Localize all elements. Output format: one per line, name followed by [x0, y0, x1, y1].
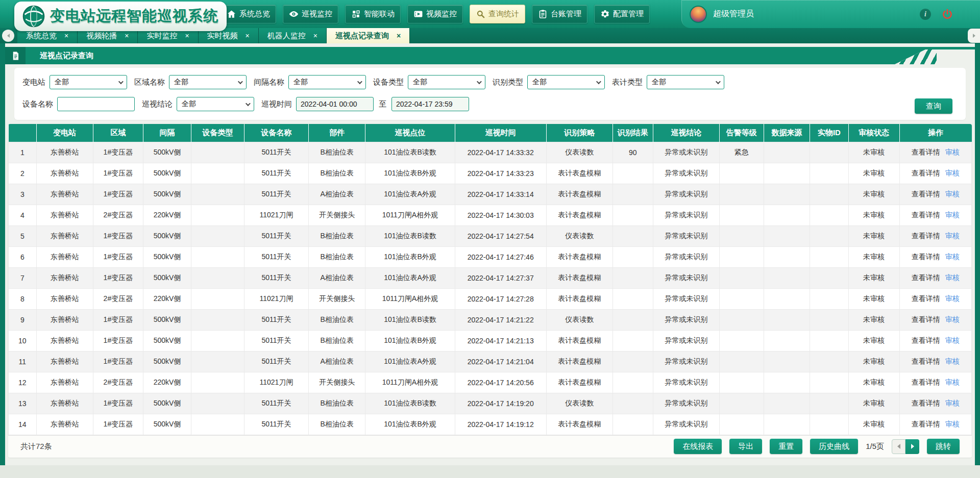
jump-button[interactable]: 跳转	[927, 439, 960, 454]
table-cell: 未审核	[848, 372, 899, 393]
online-report-button[interactable]: 在线报表	[674, 439, 722, 454]
audit-link[interactable]: 审核	[945, 357, 960, 365]
recognition-type-select[interactable]: 全部	[527, 75, 605, 89]
audit-link[interactable]: 审核	[945, 420, 960, 428]
view-detail-link[interactable]: 查看详情	[912, 211, 940, 219]
device-type-select[interactable]: 全部	[408, 75, 485, 89]
view-detail-link[interactable]: 查看详情	[912, 315, 940, 323]
audit-link[interactable]: 审核	[945, 169, 960, 177]
table-cell: 101油位表B外观	[365, 414, 455, 435]
reset-button[interactable]: 重置	[770, 439, 802, 454]
table-cell: B相油位表	[309, 330, 365, 351]
audit-link[interactable]: 审核	[945, 378, 960, 386]
tab-6-active[interactable]: 巡视点记录查询×	[327, 28, 410, 43]
close-tab-icon[interactable]: ×	[185, 32, 189, 39]
table-cell: 仪表读数	[546, 225, 612, 246]
view-detail-link[interactable]: 查看详情	[912, 232, 940, 240]
logout-power-icon[interactable]	[941, 8, 953, 20]
close-tab-icon[interactable]: ×	[125, 32, 129, 39]
history-curve-button[interactable]: 历史曲线	[810, 439, 858, 454]
station-select[interactable]: 全部	[50, 75, 127, 89]
table-cell: 4	[9, 205, 37, 225]
operations-cell: 查看详情审核	[899, 184, 972, 205]
view-detail-link[interactable]: 查看详情	[912, 190, 940, 198]
tab-5[interactable]: 机器人监控×	[259, 28, 327, 43]
conclusion-select[interactable]: 全部	[177, 97, 254, 111]
nav-system-overview[interactable]: 系统总览	[220, 5, 276, 23]
close-tab-icon[interactable]: ×	[313, 32, 317, 39]
table-cell: 东善桥站	[36, 142, 93, 163]
area-select[interactable]: 全部	[169, 75, 247, 89]
audit-link[interactable]: 审核	[945, 148, 960, 156]
prev-page-button[interactable]	[892, 439, 905, 454]
linkage-icon	[351, 9, 361, 19]
view-detail-link[interactable]: 查看详情	[912, 336, 940, 344]
view-detail-link[interactable]: 查看详情	[912, 399, 940, 407]
view-detail-link[interactable]: 查看详情	[912, 378, 940, 386]
nav-config-management[interactable]: 配置管理	[594, 5, 650, 23]
close-tab-icon[interactable]: ×	[397, 32, 401, 39]
view-detail-link[interactable]: 查看详情	[912, 357, 940, 365]
records-table: 变电站区域间隔设备类型设备名称部件巡视点位巡视时间识别策略识别结果巡视结论告警等…	[8, 124, 972, 435]
table-row: 3东善桥站1#变压器500kV侧5011开关A相油位表101油位表A外观2022…	[9, 184, 972, 205]
document-icon	[5, 47, 26, 64]
table-cell	[191, 288, 244, 309]
audit-link[interactable]: 审核	[945, 315, 960, 323]
column-header: 区域	[93, 124, 143, 142]
next-page-button[interactable]	[905, 439, 919, 454]
table-cell	[764, 142, 810, 163]
table-cell: 101油位表A外观	[365, 184, 455, 205]
info-icon[interactable]: i	[920, 9, 931, 20]
nav-ledger-management[interactable]: 台账管理	[532, 5, 587, 23]
table-cell	[720, 163, 764, 184]
bay-select[interactable]: 全部	[288, 75, 366, 89]
table-cell: 1011刀闸A相外观	[365, 205, 455, 225]
table-cell: 2022-04-17 14:21:04	[455, 351, 546, 372]
user-name: 超级管理员	[713, 9, 754, 19]
audit-link[interactable]: 审核	[945, 399, 960, 407]
nav-inspection-monitor[interactable]: 巡视监控	[283, 5, 338, 23]
table-cell: 5	[9, 225, 37, 246]
view-detail-link[interactable]: 查看详情	[912, 294, 940, 303]
time-to-input[interactable]	[391, 97, 469, 111]
audit-link[interactable]: 审核	[945, 273, 960, 282]
user-panel: 超级管理员 i	[681, 0, 980, 28]
table-cell: 11021刀闸	[244, 288, 308, 309]
audit-link[interactable]: 审核	[945, 294, 960, 303]
table-cell	[764, 246, 810, 267]
export-button[interactable]: 导出	[729, 439, 762, 454]
meter-type-select[interactable]: 全部	[647, 75, 724, 89]
avatar[interactable]	[690, 6, 707, 23]
view-detail-link[interactable]: 查看详情	[912, 273, 940, 282]
audit-link[interactable]: 审核	[945, 232, 960, 240]
view-detail-link[interactable]: 查看详情	[912, 253, 940, 261]
column-header: 巡视时间	[455, 124, 546, 142]
table-cell: 异常或未识别	[653, 372, 719, 393]
close-tab-icon[interactable]: ×	[64, 32, 68, 39]
column-header: 识别结果	[612, 124, 653, 142]
nav-label: 视频监控	[426, 9, 457, 19]
audit-link[interactable]: 审核	[945, 211, 960, 219]
view-detail-link[interactable]: 查看详情	[912, 169, 940, 177]
nav-smart-linkage[interactable]: 智能联动	[345, 5, 401, 23]
audit-link[interactable]: 审核	[945, 336, 960, 344]
close-tab-icon[interactable]: ×	[246, 32, 250, 39]
table-cell: 2022-04-17 14:30:03	[455, 205, 546, 225]
table-cell	[612, 309, 653, 330]
audit-link[interactable]: 审核	[945, 253, 960, 261]
nav-query-statistics[interactable]: 查询统计	[470, 5, 525, 23]
table-cell: 东善桥站	[36, 267, 93, 288]
tab-scroll-left-button[interactable]	[2, 30, 14, 42]
view-detail-link[interactable]: 查看详情	[912, 148, 940, 156]
time-from-input[interactable]	[296, 97, 374, 111]
tab-scroll-right-button[interactable]	[968, 29, 980, 43]
view-detail-link[interactable]: 查看详情	[912, 420, 940, 428]
app-title: 变电站远程智能巡视系统	[50, 6, 218, 27]
nav-video-monitor[interactable]: 视频监控	[407, 5, 463, 23]
device-name-input[interactable]	[57, 97, 135, 111]
table-cell: 13	[9, 393, 37, 414]
table-cell: 1#变压器	[93, 414, 143, 435]
table-cell	[764, 163, 810, 184]
audit-link[interactable]: 审核	[945, 190, 960, 198]
query-button[interactable]: 查询	[915, 98, 952, 114]
